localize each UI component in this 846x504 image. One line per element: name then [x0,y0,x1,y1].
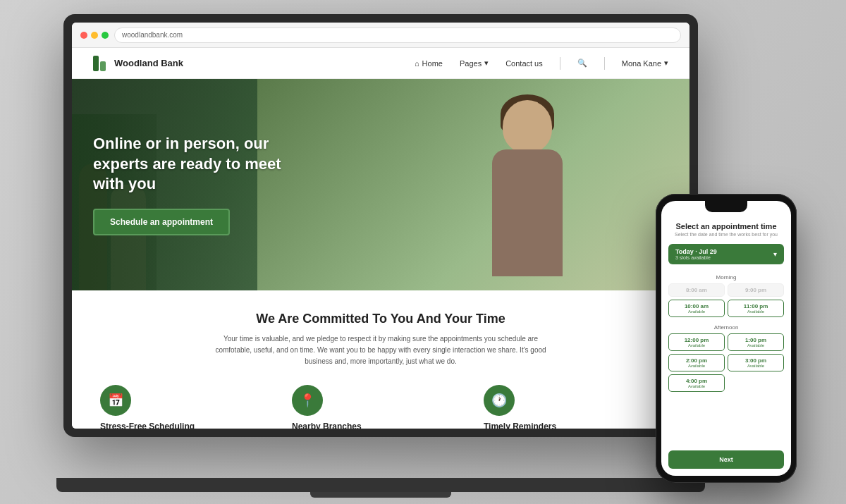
scene: woodlandbank.com Woodland Bank [0,0,846,504]
feature-branches-title: Nearby Branches [292,422,362,429]
website: Woodland Bank ⌂ Home Pages ▾ [72,48,689,429]
morning-slots: 8:00 am 9:00 pm 10:00 am Available 11:00… [668,283,784,317]
person-head [503,100,552,153]
logo-bar-right [100,61,106,71]
site-nav: ⌂ Home Pages ▾ Contact us [415,57,668,70]
nav-pages[interactable]: Pages ▾ [460,59,489,68]
features-section: We Are Committed To You And Your Time Yo… [72,290,689,429]
browser-dots [80,32,109,39]
date-sublabel: 3 slots available [675,255,717,260]
slot-2pm-status: Available [673,364,720,368]
browser-nav: woodlandbank.com [72,23,689,48]
site-header: Woodland Bank ⌂ Home Pages ▾ [72,48,689,79]
next-button[interactable]: Next [668,450,784,469]
phone-subtitle: Select the date and time the works best … [668,232,784,237]
features-desc: Your time is valuable, and we pledge to … [204,333,557,367]
date-label: Today · Jul 29 [675,248,717,255]
phone-title: Select an appointment time [668,222,784,231]
phone-notch [705,201,747,212]
feature-reminders-title: Timely Reminders [484,422,556,429]
nav-contact-label: Contact us [505,59,543,68]
minimize-dot[interactable] [91,32,98,39]
feature-item-branches: 📍 Nearby Branches We make it easy to cho… [292,385,470,429]
phone: Select an appointment time Select the da… [656,194,797,483]
slot-1pm-status: Available [732,343,779,348]
nav-divider [560,57,560,70]
hero-person [450,79,605,290]
laptop-base [56,478,705,492]
phone-screen: Select an appointment time Select the da… [661,201,791,476]
slot-11pm-time: 11:00 pm [732,303,779,309]
user-menu[interactable]: Mona Kane ▾ [622,59,668,68]
slot-8am-time: 8:00 am [673,287,720,293]
slot-10am-time: 10:00 am [673,303,720,309]
time-slot-12pm[interactable]: 12:00 pm Available [668,333,725,351]
hero-section: Online or in person, our experts are rea… [72,79,689,290]
slot-10am-status: Available [673,309,720,314]
time-slot-10am[interactable]: 10:00 am Available [668,300,725,317]
reminders-icon: 🕐 [484,385,515,416]
date-info: Today · Jul 29 3 slots available [675,248,717,260]
branches-icon: 📍 [292,385,323,416]
slot-4pm-time: 4:00 pm [673,378,720,384]
nav-pages-label: Pages [460,59,482,68]
phone-frame: Select an appointment time Select the da… [656,194,797,483]
user-name: Mona Kane [622,59,661,68]
hero-content: Online or in person, our experts are rea… [93,134,290,235]
logo-text: Woodland Bank [114,58,183,68]
nav-home-label: Home [422,59,443,68]
date-chevron-icon: ▾ [773,250,777,258]
slot-3pm-time: 3:00 pm [732,357,779,364]
site-logo: Woodland Bank [93,56,183,71]
slot-2pm-time: 2:00 pm [673,357,720,364]
home-icon: ⌂ [415,59,419,68]
chevron-down-icon: ▾ [484,59,489,68]
phone-content: Select an appointment time Select the da… [661,201,791,476]
logo-bar-left [93,56,99,71]
features-grid: 📅 Stress-Free Scheduling Our online sche… [100,385,661,429]
feature-item-reminders: 🕐 Timely Reminders Our automated confirm… [484,385,661,429]
slot-4pm-status: Available [673,384,720,388]
time-slot-2pm[interactable]: 2:00 pm Available [668,354,725,371]
afternoon-slots: 12:00 pm Available 1:00 pm Available 2:0… [668,333,784,392]
laptop-frame: woodlandbank.com Woodland Bank [63,14,698,437]
time-slot-11pm[interactable]: 11:00 pm Available [728,300,784,317]
time-slot-9pm[interactable]: 9:00 pm [728,283,784,297]
person-body [492,149,563,276]
scheduling-icon: 📅 [100,385,131,416]
date-selector[interactable]: Today · Jul 29 3 slots available ▾ [668,244,784,264]
schedule-appointment-button[interactable]: Schedule an appointment [93,209,230,235]
hero-title: Online or in person, our experts are rea… [93,134,290,195]
time-slot-8am[interactable]: 8:00 am [668,283,725,297]
nav-contact[interactable]: Contact us [505,59,543,68]
close-dot[interactable] [80,32,87,39]
search-icon: 🔍 [577,59,587,68]
feature-item-scheduling: 📅 Stress-Free Scheduling Our online sche… [100,385,278,429]
slot-11pm-status: Available [732,309,779,314]
slot-12pm-status: Available [673,343,720,348]
features-title: We Are Committed To You And Your Time [100,312,661,326]
slot-3pm-status: Available [732,364,779,368]
url-text: woodlandbank.com [122,31,183,39]
laptop-screen: woodlandbank.com Woodland Bank [72,23,689,429]
time-slot-1pm[interactable]: 1:00 pm Available [728,333,784,351]
feature-scheduling-title: Stress-Free Scheduling [100,422,195,429]
hero-people-bg [257,79,689,290]
afternoon-label: Afternoon [668,324,784,331]
user-chevron-icon: ▾ [664,59,668,68]
search-button[interactable]: 🔍 [577,59,587,68]
nav-divider-2 [604,57,605,70]
slot-1pm-time: 1:00 pm [732,337,779,343]
maximize-dot[interactable] [102,32,109,39]
morning-label: Morning [668,274,784,281]
nav-home[interactable]: ⌂ Home [415,59,443,68]
browser-url-bar[interactable]: woodlandbank.com [114,27,681,43]
laptop: woodlandbank.com Woodland Bank [63,14,698,472]
time-slot-3pm[interactable]: 3:00 pm Available [728,354,784,371]
logo-icon [93,56,109,71]
time-slot-4pm[interactable]: 4:00 pm Available [668,374,725,392]
slot-9pm-time: 9:00 pm [732,287,779,293]
slot-12pm-time: 12:00 pm [673,337,720,343]
